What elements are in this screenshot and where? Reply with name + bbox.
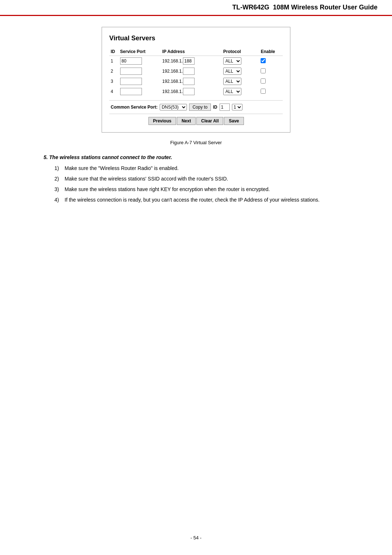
enable-cell <box>259 76 283 86</box>
enable-checkbox[interactable] <box>261 58 266 63</box>
content: Virtual Servers ID Service Port IP Addre… <box>0 27 392 204</box>
virtual-servers-table: ID Service Port IP Address Protocol Enab… <box>109 48 283 97</box>
protocol-cell: ALLTCPUDP <box>222 86 259 97</box>
list-item: 1)Make sure the "Wireless Router Radio" … <box>54 165 348 172</box>
enable-cell <box>259 66 283 76</box>
protocol-select[interactable]: ALLTCPUDP <box>223 88 241 95</box>
header-title: TL-WR642G 108M Wireless Router User Guid… <box>232 4 377 11</box>
list-item: 2)Make sure that the wireless stations' … <box>54 175 348 183</box>
action-buttons: Previous Next Clear All Save <box>109 114 283 125</box>
service-port-input[interactable] <box>120 78 142 85</box>
protocol-select[interactable]: ALLTCPUDP <box>223 57 241 65</box>
section5-list: 1)Make sure the "Wireless Router Radio" … <box>44 165 348 204</box>
enable-cell <box>259 86 283 97</box>
list-item-number: 3) <box>54 186 62 193</box>
col-protocol: Protocol <box>222 48 259 56</box>
table-row: 4192.168.1.ALLTCPUDP <box>109 86 283 97</box>
common-service-select[interactable]: DNS(53) HTTP(80) FTP(21) <box>160 104 187 110</box>
figure-caption: Figure A-7 Virtual Server <box>44 140 348 145</box>
row-id: 1 <box>109 56 119 66</box>
enable-checkbox[interactable] <box>261 89 266 94</box>
service-port-input[interactable] <box>120 57 142 65</box>
service-port-cell <box>119 86 161 97</box>
service-port-input[interactable] <box>120 88 142 95</box>
header: TL-WR642G 108M Wireless Router User Guid… <box>0 0 392 16</box>
col-ip: IP Address <box>161 48 222 56</box>
ip-last-input[interactable] <box>183 57 195 65</box>
enable-cell <box>259 56 283 66</box>
model-text: TL-WR642G <box>232 4 269 11</box>
id-dropdown[interactable]: 1 2 3 4 <box>232 104 242 110</box>
col-id: ID <box>109 48 119 56</box>
next-button[interactable]: Next <box>177 117 196 125</box>
page-number: - 54 - <box>191 535 201 540</box>
protocol-select[interactable]: ALLTCPUDP <box>223 78 241 85</box>
row-id: 2 <box>109 66 119 76</box>
virtual-servers-box: Virtual Servers ID Service Port IP Addre… <box>102 27 290 133</box>
list-item-number: 1) <box>54 165 62 172</box>
common-service-label: Common Service Port: <box>111 105 158 110</box>
ip-last-input[interactable] <box>183 88 195 95</box>
service-port-cell <box>119 56 161 66</box>
row-id: 3 <box>109 76 119 86</box>
ip-prefix: 192.168.1. <box>162 69 183 74</box>
col-enable: Enable <box>259 48 283 56</box>
protocol-select[interactable]: ALLTCPUDP <box>223 68 241 75</box>
table-row: 3192.168.1.ALLTCPUDP <box>109 76 283 86</box>
table-row: 1192.168.1.ALLTCPUDP <box>109 56 283 66</box>
row-id: 4 <box>109 86 119 97</box>
ip-last-input[interactable] <box>183 68 195 75</box>
ip-address-cell: 192.168.1. <box>161 66 222 76</box>
common-service-row: Common Service Port: DNS(53) HTTP(80) FT… <box>109 100 283 114</box>
ip-last-input[interactable] <box>183 78 195 85</box>
list-item-number: 4) <box>54 196 62 204</box>
id-input[interactable] <box>220 104 230 111</box>
list-item-text: Make sure the "Wireless Router Radio" is… <box>65 165 179 172</box>
service-port-input[interactable] <box>120 68 142 75</box>
ip-address-cell: 192.168.1. <box>161 56 222 66</box>
protocol-cell: ALLTCPUDP <box>222 76 259 86</box>
enable-checkbox[interactable] <box>261 78 266 84</box>
service-port-cell <box>119 76 161 86</box>
copy-to-button[interactable]: Copy to <box>189 104 211 111</box>
table-row: 2192.168.1.ALLTCPUDP <box>109 66 283 76</box>
ip-address-cell: 192.168.1. <box>161 76 222 86</box>
list-item: 3)Make sure the wireless stations have r… <box>54 186 348 193</box>
section5-heading: 5. The wireless stations cannot connect … <box>44 154 348 160</box>
clear-all-button[interactable]: Clear All <box>196 117 223 125</box>
ip-prefix: 192.168.1. <box>162 58 183 64</box>
list-item-number: 2) <box>54 175 62 183</box>
list-item: 4)If the wireless connection is ready, b… <box>54 196 348 204</box>
list-item-text: Make sure the wireless stations have rig… <box>65 186 270 193</box>
list-item-text: Make sure that the wireless stations' SS… <box>65 175 228 183</box>
id-label: ID <box>213 105 217 110</box>
virtual-servers-title: Virtual Servers <box>109 35 283 42</box>
protocol-cell: ALLTCPUDP <box>222 66 259 76</box>
ip-prefix: 192.168.1. <box>162 89 183 94</box>
page-footer: - 54 - <box>0 535 392 540</box>
col-service: Service Port <box>119 48 161 56</box>
service-port-cell <box>119 66 161 76</box>
guide-title: 108M Wireless Router User Guide <box>273 4 377 11</box>
protocol-cell: ALLTCPUDP <box>222 56 259 66</box>
ip-prefix: 192.168.1. <box>162 79 183 84</box>
enable-checkbox[interactable] <box>261 68 266 73</box>
list-item-text: If the wireless connection is ready, but… <box>65 196 320 204</box>
ip-address-cell: 192.168.1. <box>161 86 222 97</box>
save-button[interactable]: Save <box>224 117 244 125</box>
previous-button[interactable]: Previous <box>148 117 176 125</box>
